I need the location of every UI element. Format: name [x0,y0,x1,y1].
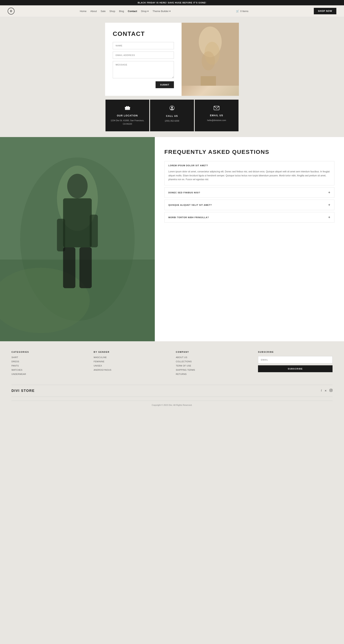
faq-question-text-4: MORBI TORTOR NIBH FRINGILLA? [168,216,209,218]
announcement-text: BLACK FRIDAY IS HERE! SAVE HUGE BEFORE I… [138,2,206,4]
contact-image [182,23,239,96]
faq-question-2[interactable]: DONEC SED FINIBUS NISI? + [164,188,334,198]
footer-company: COMPANY ABOUT US COLLECTIONS TERM OF USE… [176,351,250,377]
twitter-x-icon[interactable]: ✕ [324,389,327,392]
subscribe-email-input[interactable] [258,356,332,364]
name-input[interactable] [113,42,174,49]
email-text: hello@divistore.com [199,119,235,122]
faq-plus-2: + [328,190,330,194]
svg-rect-22 [63,247,75,288]
svg-point-3 [202,51,215,70]
contact-image-placeholder [182,23,239,96]
footer-link-term-of-use[interactable]: TERM OF USE [176,364,250,367]
svg-point-18 [67,174,88,198]
company-title: COMPANY [176,351,250,353]
call-icon [154,105,190,112]
faq-item-1: LOREM IPSUM DOLOR SIT AMET? Lorem ipsum … [164,161,334,185]
faq-question-text-3: QUISQUE ALIQUET VELIT SIT AMET? [168,204,212,206]
email-title: EMAIL US [199,114,235,117]
svg-rect-16 [0,260,155,341]
faq-question-4[interactable]: MORBI TORTOR NIBH FRINGILLA? + [164,212,334,222]
svg-rect-9 [125,107,130,108]
shop-now-button[interactable]: SHOP NOW [314,8,336,14]
faq-answer-1: Lorem ipsum dolor sit amet, consectetur … [164,170,334,185]
location-title: OUR LOCATION [109,114,145,117]
facebook-icon[interactable]: f [321,389,322,392]
cart-area[interactable]: 🛒 0 Items [236,10,248,12]
footer-link-about-us[interactable]: ABOUT US [176,356,250,358]
nav-theme-builder[interactable]: Theme Builder ▾ [152,10,171,12]
svg-point-11 [171,106,173,108]
nav-shop[interactable]: Shop [109,10,115,12]
cart-items-count: 0 Items [240,10,248,12]
email-icon [199,105,235,112]
main-nav: Home About Sale Shop Blog Contact Shop ▾… [80,10,171,12]
announcement-bar: BLACK FRIDAY IS HERE! SAVE HUGE BEFORE I… [0,0,344,5]
location-icon [109,105,145,112]
faq-question-3[interactable]: QUISQUE ALIQUET VELIT SIT AMET? + [164,200,334,210]
faq-title: FREQUENTLY ASKED QUESTIONS [164,148,334,155]
by-gender-title: BY GENDER [94,351,168,353]
location-text: 1234 Divi St. #1000, San Francisco, CA 9… [109,119,145,126]
footer-divider [12,385,332,385]
info-box-call: CALL US (255) 352-6258 [150,100,194,131]
contact-card: CONTACT SUBMIT [105,23,239,96]
contact-section: CONTACT SUBMIT [0,17,344,137]
nav-about[interactable]: About [90,10,97,12]
footer-link-androgynous[interactable]: ANDROGYNOUS [94,369,168,371]
nav-blog[interactable]: Blog [119,10,124,12]
call-title: CALL US [154,115,190,118]
footer-link-collections[interactable]: COLLECTIONS [176,360,250,363]
faq-plus-3: + [328,203,330,207]
nav-sale[interactable]: Sale [101,10,105,12]
logo[interactable]: D [8,8,15,14]
footer-columns: CATEGORIES SHIRT DRESS PANTS WATCHES UND… [12,351,332,377]
categories-title: CATEGORIES [12,351,86,353]
info-boxes: OUR LOCATION 1234 Divi St. #1000, San Fr… [105,100,239,131]
contact-form: SUBMIT [113,42,174,88]
nav-contact[interactable]: Contact [128,10,137,12]
faq-question-1[interactable]: LOREM IPSUM DOLOR SIT AMET? [164,161,334,170]
svg-rect-19 [63,198,92,247]
header: D Home About Sale Shop Blog Contact Shop… [0,5,344,17]
svg-rect-23 [80,247,92,288]
svg-point-25 [330,390,331,391]
contact-form-area: CONTACT SUBMIT [105,23,182,96]
svg-rect-4 [201,76,216,86]
footer-categories: CATEGORIES SHIRT DRESS PANTS WATCHES UND… [12,351,86,377]
footer-brand: DIVI STORE [12,389,35,393]
footer-by-gender: BY GENDER MASCULINE FEMININE UNISEX ANDR… [94,351,168,377]
subscribe-button[interactable]: SUBSCRIBE [258,365,332,372]
nav-home[interactable]: Home [80,10,87,12]
footer-link-dress[interactable]: DRESS [12,360,86,363]
footer-link-shipping[interactable]: SHIPPING TERMS [176,369,250,371]
svg-rect-24 [330,389,332,392]
footer-bottom: DIVI STORE f ✕ [12,389,332,393]
footer-link-masculine[interactable]: MASCULINE [94,356,168,358]
faq-item-4: MORBI TORTOR NIBH FRINGILLA? + [164,212,334,222]
faq-plus-4: + [328,215,330,219]
nav-shop-dropdown[interactable]: Shop ▾ [141,10,149,12]
footer-link-pants[interactable]: PANTS [12,364,86,367]
faq-item-2: DONEC SED FINIBUS NISI? + [164,187,334,198]
svg-rect-8 [128,106,129,107]
footer-link-underwear[interactable]: UNDERWEAR [12,373,86,375]
footer-subscribe: SUBSCRIBE SUBSCRIBE [258,351,332,377]
info-box-email: EMAIL US hello@divistore.com [195,100,239,131]
footer-link-watches[interactable]: WATCHES [12,369,86,371]
footer-link-feminine[interactable]: FEMININE [94,360,168,363]
submit-button[interactable]: SUBMIT [155,81,174,88]
footer-link-returns[interactable]: RETURNS [176,373,250,375]
contact-title: CONTACT [113,30,174,38]
footer-link-unisex[interactable]: UNISEX [94,364,168,367]
footer-link-shirt[interactable]: SHIRT [12,356,86,358]
email-input[interactable] [113,52,174,59]
svg-rect-20 [57,219,65,252]
faq-content: FREQUENTLY ASKED QUESTIONS LOREM IPSUM D… [155,137,344,341]
footer-copyright: Copyright © 2023 Divi. All Rights Reserv… [12,401,332,409]
message-input[interactable] [113,61,174,78]
subscribe-title: SUBSCRIBE [258,351,332,353]
svg-point-26 [331,390,332,390]
footer: CATEGORIES SHIRT DRESS PANTS WATCHES UND… [0,341,344,413]
instagram-icon[interactable] [329,389,332,392]
